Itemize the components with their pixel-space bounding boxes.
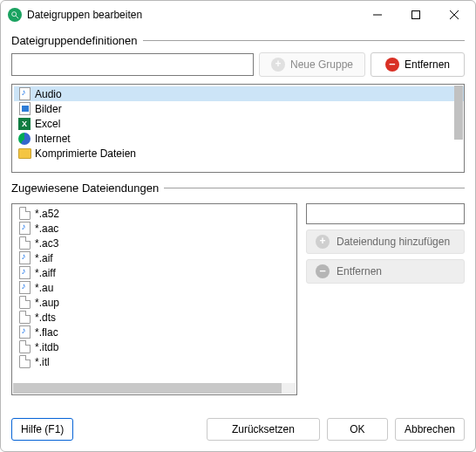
music-icon	[17, 282, 31, 294]
button-label: Entfernen	[337, 265, 382, 277]
group-item[interactable]: Bilder	[14, 101, 464, 116]
extension-label: *.itdb	[35, 341, 58, 353]
cancel-button[interactable]: Abbrechen	[395, 418, 465, 441]
remove-group-button[interactable]: Entfernen	[371, 52, 465, 77]
browser-icon	[17, 133, 31, 145]
maximize-button[interactable]	[397, 3, 435, 27]
plus-icon	[316, 235, 330, 249]
extension-item[interactable]: *.aac	[14, 221, 296, 236]
group-label: Komprimierte Dateien	[35, 147, 136, 160]
app-icon	[8, 8, 22, 22]
extension-label: *.aiff	[35, 267, 56, 279]
group-label: Internet	[35, 133, 71, 145]
extension-label: *.flac	[35, 326, 58, 339]
close-button[interactable]	[435, 3, 473, 27]
svg-rect-3	[412, 11, 420, 19]
extension-label: *.au	[35, 282, 53, 294]
music-icon	[17, 267, 31, 279]
file-icon	[17, 312, 31, 324]
extension-label: *.itl	[35, 356, 50, 368]
h-scrollbar[interactable]	[13, 383, 296, 394]
section-label: Dateigruppendefinitionen	[11, 34, 138, 47]
extension-item[interactable]: *.aiff	[14, 265, 296, 280]
section-extensions: Zugewiesene Dateiendungen	[11, 181, 465, 195]
extension-label: *.aup	[35, 297, 59, 309]
minimize-button[interactable]	[358, 3, 397, 27]
extension-item[interactable]: *.aup	[14, 295, 296, 310]
scrollbar[interactable]	[454, 86, 463, 171]
extension-label: *.aif	[35, 252, 53, 264]
window-title: Dateigruppen bearbeiten	[27, 9, 358, 21]
group-name-input[interactable]	[11, 53, 254, 76]
extension-item[interactable]: *.aif	[14, 250, 296, 265]
button-label: Dateiendung hinzufügen	[337, 236, 450, 248]
extension-item[interactable]: *.a52	[14, 206, 296, 221]
group-list[interactable]: AudioBilderExcelInternetKomprimierte Dat…	[11, 84, 465, 173]
music-icon	[17, 223, 31, 235]
extension-label: *.aac	[35, 223, 58, 235]
group-item[interactable]: Komprimierte Dateien	[14, 146, 464, 161]
titlebar: Dateigruppen bearbeiten	[1, 1, 475, 29]
file-icon	[17, 297, 31, 309]
svg-point-0	[12, 12, 17, 17]
plus-icon	[271, 58, 285, 72]
button-label: Entfernen	[405, 58, 450, 71]
section-definitions: Dateigruppendefinitionen	[11, 34, 465, 47]
file-icon	[17, 208, 31, 220]
reset-button[interactable]: Zurücksetzen	[207, 418, 320, 441]
file-icon	[17, 237, 31, 250]
extension-input[interactable]	[306, 203, 465, 224]
remove-extension-button[interactable]: Entfernen	[306, 259, 465, 284]
ok-button[interactable]: OK	[327, 418, 388, 441]
music-icon	[17, 326, 31, 339]
group-item[interactable]: Internet	[14, 131, 464, 146]
group-item[interactable]: Audio	[14, 86, 464, 101]
extension-label: *.a52	[35, 208, 59, 220]
music-icon	[17, 252, 31, 264]
extension-item[interactable]: *.itl	[14, 354, 296, 369]
group-label: Audio	[35, 88, 62, 100]
group-label: Bilder	[35, 103, 62, 115]
file-icon	[17, 341, 31, 353]
add-extension-button[interactable]: Dateiendung hinzufügen	[306, 229, 465, 254]
dialog-window: Dateigruppen bearbeiten Dateigruppendefi…	[0, 0, 476, 452]
music-icon	[17, 88, 31, 100]
minus-icon	[316, 264, 330, 278]
extension-label: *.ac3	[35, 237, 58, 250]
button-label: Neue Gruppe	[290, 58, 353, 71]
new-group-button[interactable]: Neue Gruppe	[259, 52, 365, 77]
minus-icon	[385, 58, 399, 72]
extension-item[interactable]: *.flac	[14, 325, 296, 339]
extension-label: *.dts	[35, 312, 56, 324]
extension-item[interactable]: *.itdb	[14, 339, 296, 354]
extension-item[interactable]: *.ac3	[14, 236, 296, 250]
svg-line-1	[16, 16, 18, 18]
group-item[interactable]: Excel	[14, 116, 464, 131]
image-icon	[17, 103, 31, 115]
file-icon	[17, 356, 31, 368]
group-label: Excel	[35, 118, 60, 130]
help-button[interactable]: Hilfe (F1)	[11, 418, 73, 441]
section-label: Zugewiesene Dateiendungen	[11, 181, 159, 195]
extension-item[interactable]: *.au	[14, 280, 296, 295]
extension-item[interactable]: *.dts	[14, 310, 296, 325]
archive-icon	[17, 147, 31, 160]
excel-icon	[17, 118, 31, 130]
extension-list[interactable]: *.a52*.aac*.ac3*.aif*.aiff*.au*.aup*.dts…	[11, 203, 297, 395]
